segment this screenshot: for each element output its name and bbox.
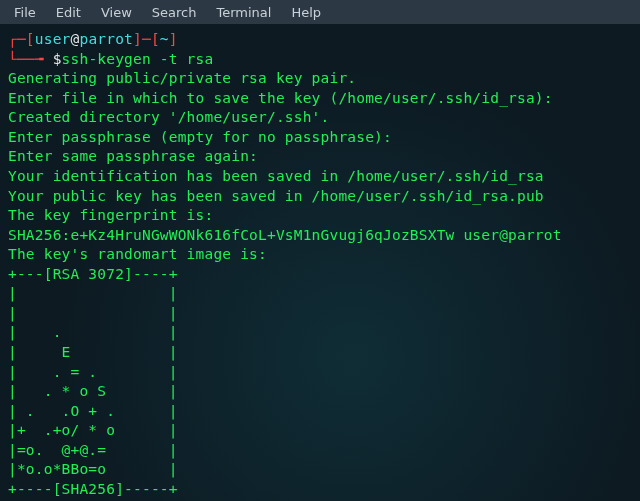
randomart-line: |*o.o*BBo=o |: [8, 460, 632, 480]
randomart-line: |=o. @+@.= |: [8, 441, 632, 461]
randomart-line: | . .O + . |: [8, 402, 632, 422]
menubar: File Edit View Search Terminal Help: [0, 0, 640, 24]
menu-help[interactable]: Help: [283, 3, 329, 22]
randomart-line: +----[SHA256]-----+: [8, 480, 632, 500]
menu-view[interactable]: View: [93, 3, 140, 22]
randomart-line: | |: [8, 284, 632, 304]
menu-edit[interactable]: Edit: [48, 3, 89, 22]
prompt-line-1: ┌─[user@parrot]─[~]: [8, 30, 632, 50]
output-line: Enter same passphrase again:: [8, 147, 632, 167]
output-line: Enter file in which to save the key (/ho…: [8, 89, 632, 109]
randomart-line: | . |: [8, 323, 632, 343]
randomart-line: | . = . |: [8, 363, 632, 383]
command-text: ssh-keygen -t rsa: [62, 51, 214, 67]
randomart-line: | E |: [8, 343, 632, 363]
output-line: Your public key has been saved in /home/…: [8, 187, 632, 207]
output-line: The key fingerprint is:: [8, 206, 632, 226]
terminal-area[interactable]: ┌─[user@parrot]─[~]└──╼ $ssh-keygen -t r…: [0, 24, 640, 501]
output-line: Generating public/private rsa key pair.: [8, 69, 632, 89]
output-line: Created directory '/home/user/.ssh'.: [8, 108, 632, 128]
randomart-line: | |: [8, 304, 632, 324]
output-line: The key's randomart image is:: [8, 245, 632, 265]
randomart-line: | . * o S |: [8, 382, 632, 402]
randomart-line: +---[RSA 3072]----+: [8, 265, 632, 285]
menu-file[interactable]: File: [6, 3, 44, 22]
output-line: SHA256:e+Kz4HruNGwWONk616fCoL+VsM1nGvugj…: [8, 226, 632, 246]
output-line: Enter passphrase (empty for no passphras…: [8, 128, 632, 148]
output-line: Your identification has been saved in /h…: [8, 167, 632, 187]
prompt-line-2: └──╼ $ssh-keygen -t rsa: [8, 50, 632, 70]
randomart-line: |+ .+o/ * o |: [8, 421, 632, 441]
menu-terminal[interactable]: Terminal: [208, 3, 279, 22]
menu-search[interactable]: Search: [144, 3, 205, 22]
